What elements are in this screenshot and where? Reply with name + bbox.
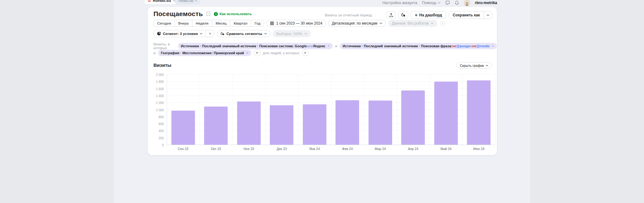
bar-Сен 23[interactable] [171,111,195,145]
bar-slot [463,75,496,145]
bar-Июн 24[interactable] [467,80,491,145]
and-connector: и [153,51,155,55]
bar-slot [397,75,430,145]
chip-text: Источники · Последний значимый источник … [181,44,307,48]
x-axis-label: Май 24 [430,147,463,151]
detalization-button[interactable]: Детализация: по месяцам [328,20,386,27]
date-range-button[interactable]: 1 сен 2023 — 30 июн 2024 [267,20,326,27]
chip-text: @rondo [476,44,490,48]
dashboard-button[interactable]: + На дашборд [411,11,446,19]
filter-chip-search-engine[interactable]: Источники · Последний значимый источник … [178,43,333,49]
add-visit-condition-button[interactable]: + [254,49,260,56]
filter-chip-geography[interactable]: География · Местоположение: Приморский к… [158,50,251,56]
chat-icon[interactable] [445,1,450,5]
chip-text: и [470,44,473,48]
bar-slot [265,75,298,145]
preset-week[interactable]: Неделя [192,20,212,27]
chip-remove-icon[interactable]: × [246,51,248,55]
filter-chip-search-phrase[interactable]: Источники · Последний значимый источник … [340,43,497,49]
how-to-use-link[interactable]: i Как использовать [214,12,252,16]
segment-clear-button[interactable]: × [206,30,214,37]
preset-month[interactable]: Месяц [212,20,230,27]
y-axis-label: 2 000 [156,73,164,77]
help-hint-icon[interactable]: ? [440,21,445,26]
y-axis-label: 600 [158,122,164,126]
user-name[interactable]: rbru-metrika [475,1,497,5]
visits-bar-chart: 2004006008001 0001 2001 4001 6001 8002 0… [153,75,495,151]
chevron-up-icon [486,65,488,67]
bell-icon[interactable] [455,1,459,5]
x-axis-label: Сен 23 [167,147,200,151]
preset-quarter[interactable]: Квартал [230,20,251,27]
bar-Дек 23[interactable] [270,105,293,145]
chip-text: @рондо [456,44,470,48]
segment-group: Сегмент: 3 условия × [153,30,214,37]
segment-label: Сегмент: 3 условия [163,32,198,36]
preset-today[interactable]: Сегодня [153,20,175,27]
x-axis-label: Окт 23 [200,147,233,151]
drops-icon [401,13,406,17]
chevron-down-icon [431,22,434,24]
chip-text: Яндекс [313,44,325,48]
site-tab[interactable]: rondo.su ▾ [175,0,200,4]
bar-slot [298,75,331,145]
site-tab-label: rondo.su [179,0,193,3]
pie-icon [157,32,161,36]
drops-icon [220,32,225,36]
chevron-down-icon [304,33,307,35]
robots-filter-button[interactable]: Данные: без роботов [388,20,437,27]
bar-slot [167,75,200,145]
chevron-down-icon [380,22,382,24]
site-switcher[interactable]: Rondo.su [145,0,179,4]
help-menu[interactable]: Помощь [422,1,441,5]
chevron-down-icon [264,33,267,35]
bar-Мар 24[interactable] [369,101,392,145]
bar-Янв 24[interactable] [303,104,326,145]
detalization-label: Детализация: по месяцам [332,21,377,26]
hide-chart-label: Скрыть график [460,64,484,67]
sampling-button[interactable]: Выборка: 100% [273,30,311,37]
add-people-condition-button[interactable]: + [302,49,308,56]
compare-segments-button[interactable]: Сравнить сегменты [217,30,270,37]
chart-section-title: Визиты [153,62,171,68]
x-axis-label: Ноя 23 [232,147,265,151]
y-axis-label: 1 600 [156,87,164,90]
bar-Окт 23[interactable] [204,107,228,145]
bar-slot [232,75,265,145]
segment-button[interactable]: Сегмент: 3 условия [154,30,206,37]
save-as-caret-button[interactable] [484,11,492,19]
y-axis-label: 400 [158,129,164,133]
bar-slot [430,75,463,145]
period-presets: Сегодня Вчера Неделя Месяц Квартал Год [153,20,264,27]
chevron-down-icon [486,14,490,16]
x-axis-label: Янв 24 [298,147,331,151]
chip-remove-icon[interactable]: × [492,44,494,48]
y-axis-label: 200 [158,136,164,140]
bookmark-icon[interactable] [206,11,210,16]
chip-text: Источники · Последний значимый источник … [342,44,452,48]
preset-yesterday[interactable]: Вчера [175,20,192,27]
bar-Фев 24[interactable] [336,100,359,145]
chip-text: не [472,44,476,48]
bar-Апр 24[interactable] [401,90,425,145]
bar-slot [364,75,397,145]
export-button[interactable] [386,11,396,19]
bar-Май 24[interactable] [434,82,458,145]
save-as-button[interactable]: Сохранить как [449,11,484,19]
page-title: Посещаемость [153,10,203,18]
account-settings-link[interactable]: Настройка аккаунта [382,1,417,5]
segments-compare-button[interactable] [398,11,408,19]
report-card: Посещаемость i Как использовать Визиты з… [148,7,497,155]
avatar[interactable] [464,0,470,6]
chip-remove-icon[interactable]: × [328,44,330,48]
y-axis-label: 1 200 [156,101,164,105]
help-menu-label: Помощь [422,1,436,5]
chip-text: или [307,44,313,48]
x-axis-label: Фев 24 [331,147,364,151]
bar-Ноя 23[interactable] [237,102,261,145]
y-axis-label: 1 000 [156,108,164,112]
site-switcher-label: Rondo.su [153,0,171,3]
hide-chart-button[interactable]: Скрыть график [456,62,492,69]
bar-slot [200,75,233,145]
preset-year[interactable]: Год [251,20,264,27]
